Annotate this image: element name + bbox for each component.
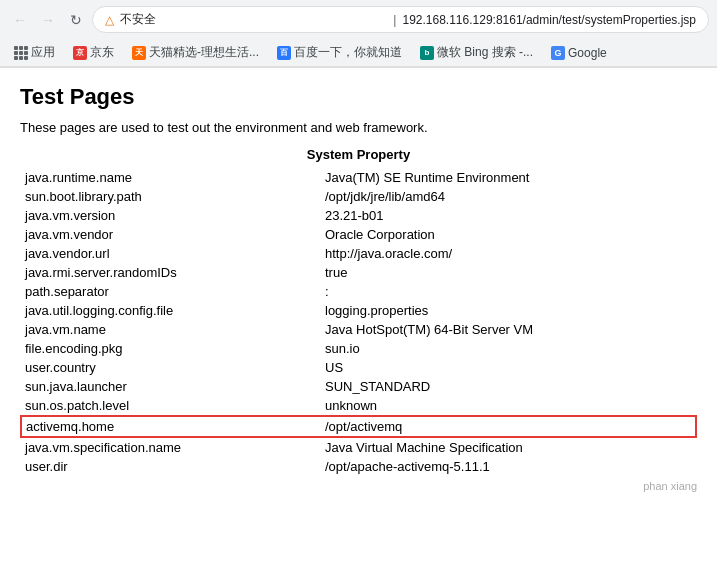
google-label: Google	[568, 46, 607, 60]
property-value: unknown	[321, 396, 696, 416]
address-bar[interactable]: △ 不安全 | 192.168.116.129:8161/admin/test/…	[92, 6, 709, 33]
lock-icon: △	[105, 13, 114, 27]
property-key: sun.boot.library.path	[21, 187, 321, 206]
property-value: SUN_STANDARD	[321, 377, 696, 396]
forward-button[interactable]: →	[36, 8, 60, 32]
tmall-icon: 天	[132, 46, 146, 60]
property-value: Java Virtual Machine Specification	[321, 437, 696, 457]
table-row: sun.java.launcherSUN_STANDARD	[21, 377, 696, 396]
property-key: java.vm.vendor	[21, 225, 321, 244]
property-key: user.country	[21, 358, 321, 377]
property-key: java.util.logging.config.file	[21, 301, 321, 320]
property-value: /opt/activemq	[321, 416, 696, 437]
google-icon: G	[551, 46, 565, 60]
browser-nav: ← → ↻ △ 不安全 | 192.168.116.129:8161/admin…	[0, 0, 717, 39]
back-button[interactable]: ←	[8, 8, 32, 32]
watermark: phan xiang	[20, 480, 697, 492]
table-row: java.vendor.urlhttp://java.oracle.com/	[21, 244, 696, 263]
bookmark-apps[interactable]: 应用	[8, 42, 61, 63]
jd-label: 京东	[90, 44, 114, 61]
property-key: java.vendor.url	[21, 244, 321, 263]
table-row: user.countryUS	[21, 358, 696, 377]
property-value: sun.io	[321, 339, 696, 358]
property-key: file.encoding.pkg	[21, 339, 321, 358]
property-value: Java(TM) SE Runtime Environment	[321, 168, 696, 187]
property-value: /opt/apache-activemq-5.11.1	[321, 457, 696, 476]
tmall-label: 天猫精选-理想生活...	[149, 44, 259, 61]
bing-icon: b	[420, 46, 434, 60]
bookmark-jd[interactable]: 京 京东	[67, 42, 120, 63]
table-row: sun.os.patch.levelunknown	[21, 396, 696, 416]
property-value: US	[321, 358, 696, 377]
url-separator: |	[393, 13, 396, 27]
url-text: 不安全	[120, 11, 387, 28]
table-row: java.vm.specification.nameJava Virtual M…	[21, 437, 696, 457]
property-key: sun.os.patch.level	[21, 396, 321, 416]
table-row: sun.boot.library.path/opt/jdk/jre/lib/am…	[21, 187, 696, 206]
table-row: file.encoding.pkgsun.io	[21, 339, 696, 358]
property-key: java.vm.name	[21, 320, 321, 339]
property-table: java.runtime.nameJava(TM) SE Runtime Env…	[20, 168, 697, 476]
apps-icon	[14, 46, 28, 60]
table-row: java.util.logging.config.filelogging.pro…	[21, 301, 696, 320]
property-value: /opt/jdk/jre/lib/amd64	[321, 187, 696, 206]
table-row: java.runtime.nameJava(TM) SE Runtime Env…	[21, 168, 696, 187]
page-title: Test Pages	[20, 84, 697, 110]
refresh-button[interactable]: ↻	[64, 8, 88, 32]
baidu-icon: 百	[277, 46, 291, 60]
bookmark-google[interactable]: G Google	[545, 44, 613, 62]
property-value: Oracle Corporation	[321, 225, 696, 244]
bookmark-tmall[interactable]: 天 天猫精选-理想生活...	[126, 42, 265, 63]
property-key: java.rmi.server.randomIDs	[21, 263, 321, 282]
property-value: Java HotSpot(TM) 64-Bit Server VM	[321, 320, 696, 339]
section-header: System Property	[20, 147, 697, 162]
table-row: java.vm.version23.21-b01	[21, 206, 696, 225]
property-key: java.vm.version	[21, 206, 321, 225]
page-description: These pages are used to test out the env…	[20, 120, 697, 135]
browser-chrome: ← → ↻ △ 不安全 | 192.168.116.129:8161/admin…	[0, 0, 717, 68]
baidu-label: 百度一下，你就知道	[294, 44, 402, 61]
table-row: java.vm.nameJava HotSpot(TM) 64-Bit Serv…	[21, 320, 696, 339]
jd-icon: 京	[73, 46, 87, 60]
property-key: java.runtime.name	[21, 168, 321, 187]
property-value: :	[321, 282, 696, 301]
property-value: logging.properties	[321, 301, 696, 320]
property-key: java.vm.specification.name	[21, 437, 321, 457]
page-content: Test Pages These pages are used to test …	[0, 68, 717, 576]
bing-label: 微软 Bing 搜索 -...	[437, 44, 533, 61]
property-value: 23.21-b01	[321, 206, 696, 225]
bookmark-bing[interactable]: b 微软 Bing 搜索 -...	[414, 42, 539, 63]
table-row: user.dir/opt/apache-activemq-5.11.1	[21, 457, 696, 476]
table-row: path.separator:	[21, 282, 696, 301]
table-row: java.vm.vendorOracle Corporation	[21, 225, 696, 244]
property-value: http://java.oracle.com/	[321, 244, 696, 263]
table-row: java.rmi.server.randomIDstrue	[21, 263, 696, 282]
property-value: true	[321, 263, 696, 282]
bookmarks-bar: 应用 京 京东 天 天猫精选-理想生活... 百 百度一下，你就知道 b 微软 …	[0, 39, 717, 67]
apps-label: 应用	[31, 44, 55, 61]
url-value: 192.168.116.129:8161/admin/test/systemPr…	[402, 13, 696, 27]
table-row: activemq.home/opt/activemq	[21, 416, 696, 437]
property-key: sun.java.launcher	[21, 377, 321, 396]
bookmark-baidu[interactable]: 百 百度一下，你就知道	[271, 42, 408, 63]
property-key: user.dir	[21, 457, 321, 476]
property-key: activemq.home	[21, 416, 321, 437]
property-key: path.separator	[21, 282, 321, 301]
